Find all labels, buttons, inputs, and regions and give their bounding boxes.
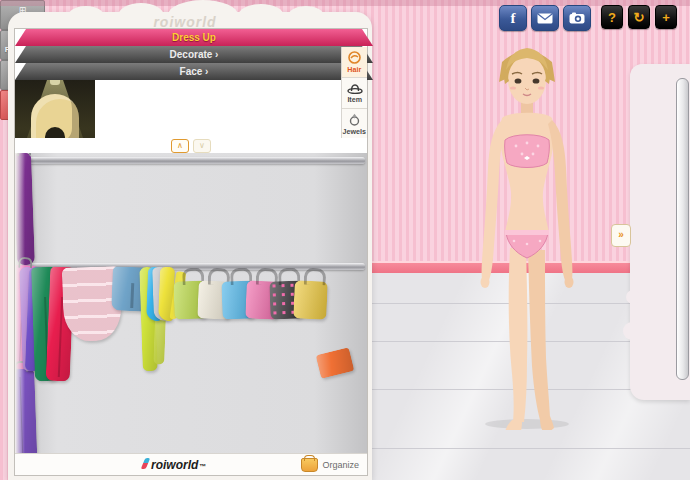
footer-logo-text: roiworld (151, 458, 198, 472)
panel-scallop (623, 322, 641, 340)
organize-label: Organize (322, 460, 359, 470)
question-icon: ? (608, 10, 616, 25)
garment-purple-cardigan[interactable] (15, 153, 35, 265)
roiworld-slash-icon (141, 458, 150, 469)
social-icon-bar: f (499, 5, 591, 31)
help-button[interactable]: ? (601, 5, 623, 29)
frame-footer: roiworld ™ Organize (15, 453, 367, 475)
category-hair[interactable]: Hair (342, 47, 367, 78)
garment-violet-jacket[interactable] (15, 369, 38, 453)
tab-dress-up[interactable]: Dress Up (15, 29, 373, 46)
closet-rail-top (17, 157, 365, 164)
panel-scallop (626, 290, 640, 304)
scroll-down-button[interactable]: ∨ (193, 139, 211, 153)
category-label: Jewels (343, 127, 366, 136)
hair-icon (347, 51, 362, 64)
category-label: Hair (348, 65, 362, 74)
lamp-icon (50, 80, 60, 85)
right-side-panel: » (630, 64, 690, 400)
organize-basket-icon (301, 458, 318, 472)
plus-icon: + (662, 10, 670, 25)
double-chevron-icon: » (618, 229, 624, 240)
refresh-icon: ↻ (634, 10, 645, 25)
tab-label: Dress Up (172, 32, 216, 43)
garment-yellow-socks[interactable] (158, 267, 175, 322)
category-column: Hair Item Jewels (341, 47, 367, 138)
email-button[interactable] (531, 5, 559, 31)
chevron-up-icon: ∧ (177, 141, 183, 150)
closet-area (15, 153, 367, 453)
game-stage: » f ? ↻ + (0, 0, 690, 480)
category-item[interactable]: Item (342, 78, 367, 109)
bag-orange-clutch[interactable] (316, 347, 355, 379)
camera-button[interactable] (563, 5, 591, 31)
side-panel-scrollbar[interactable] (676, 78, 689, 380)
organize-button[interactable]: Organize (301, 458, 359, 472)
hat-icon (347, 83, 363, 94)
tab-label: Face › (180, 66, 209, 77)
facebook-button[interactable]: f (499, 5, 527, 31)
category-jewels[interactable]: Jewels (342, 109, 367, 139)
tab-label: Decorate › (170, 49, 219, 60)
game-panel: roiworld Dress Up Decorate › Face › (8, 12, 372, 480)
closet-middle-rail-items (21, 267, 363, 381)
bag-yellow-quilted[interactable] (293, 280, 328, 319)
doll-model (432, 36, 622, 430)
ring-icon (348, 113, 361, 126)
scroll-up-button[interactable]: ∧ (171, 139, 189, 153)
category-label: Item (347, 95, 362, 104)
roiworld-footer-logo: roiworld ™ (143, 458, 206, 472)
help-icon-bar: ? ↻ + (601, 5, 677, 29)
wardrobe-frame: Dress Up Decorate › Face › (14, 28, 368, 476)
panel-expand-button[interactable]: » (611, 224, 631, 247)
chevron-down-icon: ∨ (199, 141, 205, 150)
tab-face[interactable]: Face › (15, 63, 373, 80)
add-button[interactable]: + (655, 5, 677, 29)
trademark-symbol: ™ (199, 463, 206, 470)
email-icon (537, 13, 553, 24)
floorboard-line (360, 448, 690, 449)
camera-icon (569, 12, 585, 24)
tab-decorate[interactable]: Decorate › (15, 46, 373, 63)
scroll-arrow-row: ∧ ∨ (15, 138, 367, 153)
reload-help-button[interactable]: ↻ (628, 5, 650, 29)
facebook-icon: f (511, 10, 516, 27)
